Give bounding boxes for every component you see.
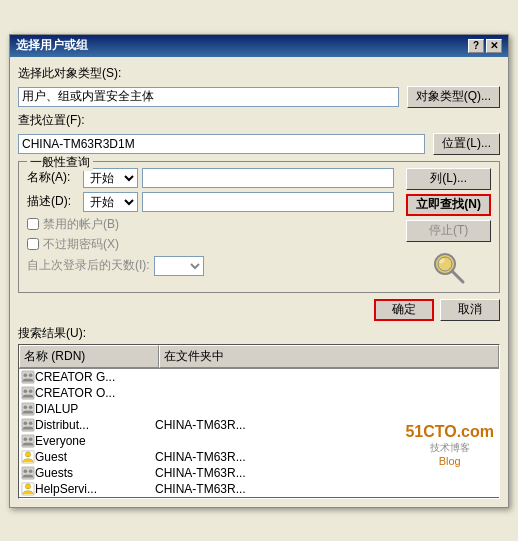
result-name: CREATOR O... [35, 386, 153, 400]
location-value-row: 位置(L)... [18, 133, 500, 155]
result-folder: CHINA-TM63R... [153, 498, 499, 499]
table-row[interactable]: Distribut...CHINA-TM63R... [19, 417, 499, 433]
table-row[interactable]: GuestsCHINA-TM63R... [19, 465, 499, 481]
object-type-value-row: 对象类型(Q)... [18, 86, 500, 108]
days-select[interactable] [154, 256, 204, 276]
general-query-group: 一般性查询 名称(A): 开始 描述(D): [18, 161, 500, 293]
cancel-button[interactable]: 取消 [440, 299, 500, 321]
svg-point-18 [29, 437, 33, 441]
magnifier-icon [431, 250, 467, 286]
result-name: IITS_WPG [35, 498, 153, 499]
desc-input[interactable] [142, 192, 394, 212]
location-input[interactable] [18, 134, 425, 154]
expired-label: 不过期密码(X) [43, 236, 119, 253]
dialog-body: 选择此对象类型(S): 对象类型(Q)... 查找位置(F): 位置(L)...… [10, 57, 508, 507]
expired-checkbox-row: 不过期密码(X) [27, 236, 394, 253]
svg-point-6 [29, 373, 33, 377]
expired-checkbox[interactable] [27, 238, 39, 250]
stop-button[interactable]: 停止(T) [406, 220, 491, 242]
result-name: DIALUP [35, 402, 153, 416]
group-icon [21, 466, 35, 480]
close-button[interactable]: ✕ [486, 39, 502, 53]
query-left: 名称(A): 开始 描述(D): 开始 [27, 168, 394, 286]
columns-button[interactable]: 列(L)... [406, 168, 491, 190]
disabled-label: 禁用的帐户(B) [43, 216, 119, 233]
svg-point-15 [29, 421, 33, 425]
result-folder: CHINA-TM63R... [153, 450, 499, 464]
user-icon [21, 482, 35, 496]
object-type-row: 选择此对象类型(S): [18, 65, 500, 82]
ok-button[interactable]: 确定 [374, 299, 434, 321]
results-container[interactable]: 名称 (RDN) 在文件夹中 CREATOR G... CREATOR O...… [18, 344, 500, 499]
search-icon-container [406, 250, 491, 286]
object-type-input[interactable] [18, 87, 399, 107]
table-row[interactable]: CREATOR O... [19, 385, 499, 401]
svg-point-19 [25, 451, 30, 456]
desc-row: 描述(D): 开始 [27, 192, 394, 212]
svg-point-23 [29, 469, 33, 473]
name-row: 名称(A): 开始 [27, 168, 394, 188]
user-icon [21, 498, 35, 499]
result-folder: CHINA-TM63R... [153, 482, 499, 496]
table-row[interactable]: DIALUP [19, 401, 499, 417]
col-header-name[interactable]: 名称 (RDN) [19, 345, 159, 368]
svg-point-22 [24, 469, 28, 473]
group-icon [21, 434, 35, 448]
table-row[interactable]: CREATOR G... [19, 369, 499, 385]
right-buttons: 列(L)... 立即查找(N) 停止(T) [406, 168, 491, 286]
disabled-checkbox-row: 禁用的帐户(B) [27, 216, 394, 233]
result-folder: CHINA-TM63R... [153, 418, 499, 432]
svg-point-9 [29, 389, 33, 393]
desc-label: 描述(D): [27, 193, 79, 210]
days-label: 自上次登录后的天数(I): [27, 257, 150, 274]
table-row[interactable]: HelpServi...CHINA-TM63R... [19, 481, 499, 497]
title-bar: 选择用户或组 ? ✕ [10, 35, 508, 57]
results-header: 名称 (RDN) 在文件夹中 [19, 345, 499, 369]
search-results-section: 搜索结果(U): 名称 (RDN) 在文件夹中 CREATOR G... CRE… [18, 325, 500, 499]
search-now-button[interactable]: 立即查找(N) [406, 194, 491, 216]
object-type-button[interactable]: 对象类型(Q)... [407, 86, 500, 108]
group-icon [21, 386, 35, 400]
desc-select[interactable]: 开始 [83, 192, 138, 212]
general-query-title: 一般性查询 [27, 154, 93, 171]
name-label: 名称(A): [27, 169, 79, 186]
col-header-folder[interactable]: 在文件夹中 [159, 345, 499, 368]
location-button[interactable]: 位置(L)... [433, 133, 500, 155]
days-row: 自上次登录后的天数(I): [27, 256, 394, 276]
query-main-content: 名称(A): 开始 描述(D): 开始 [27, 168, 491, 286]
disabled-checkbox[interactable] [27, 218, 39, 230]
svg-point-24 [25, 483, 30, 488]
name-input[interactable] [142, 168, 394, 188]
group-icon [21, 370, 35, 384]
result-name: CREATOR G... [35, 370, 153, 384]
svg-point-8 [24, 389, 28, 393]
name-select[interactable]: 开始 [83, 168, 138, 188]
svg-point-5 [24, 373, 28, 377]
results-body: CREATOR G... CREATOR O... DIALUP Distrib… [19, 369, 499, 499]
table-row[interactable]: GuestCHINA-TM63R... [19, 449, 499, 465]
user-icon [21, 450, 35, 464]
location-label: 查找位置(F): [18, 112, 98, 129]
confirm-buttons: 确定 取消 [18, 299, 500, 321]
result-name: Everyone [35, 434, 153, 448]
dialog-title: 选择用户或组 [16, 37, 88, 54]
result-name: HelpServi... [35, 482, 153, 496]
search-results-label: 搜索结果(U): [18, 325, 500, 342]
group-icon [21, 418, 35, 432]
result-name: Guests [35, 466, 153, 480]
group-icon [21, 402, 35, 416]
main-dialog: 选择用户或组 ? ✕ 选择此对象类型(S): 对象类型(Q)... 查找位置(F… [9, 34, 509, 508]
svg-point-14 [24, 421, 28, 425]
table-row[interactable]: IITS_WPGCHINA-TM63R... [19, 497, 499, 499]
svg-line-2 [452, 271, 463, 282]
result-name: Guest [35, 450, 153, 464]
svg-point-17 [24, 437, 28, 441]
help-button[interactable]: ? [468, 39, 484, 53]
title-bar-buttons: ? ✕ [468, 39, 502, 53]
table-row[interactable]: Everyone [19, 433, 499, 449]
result-folder: CHINA-TM63R... [153, 466, 499, 480]
svg-point-11 [24, 405, 28, 409]
result-name: Distribut... [35, 418, 153, 432]
svg-point-12 [29, 405, 33, 409]
location-label-row: 查找位置(F): [18, 112, 500, 129]
